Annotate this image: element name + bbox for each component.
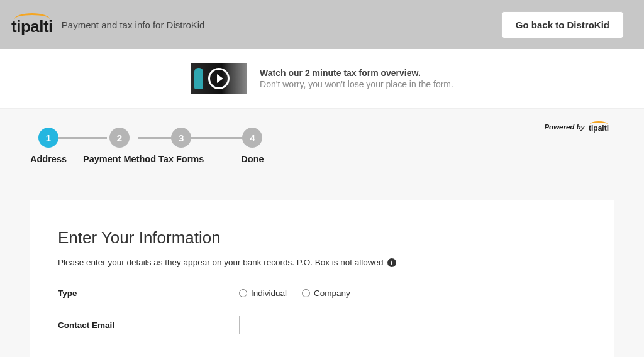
radio-individual[interactable]: Individual bbox=[239, 288, 287, 298]
step-number: 4 bbox=[242, 128, 262, 148]
step-label: Address bbox=[30, 154, 67, 164]
info-icon[interactable]: i bbox=[387, 258, 396, 267]
step-address[interactable]: 1 Address bbox=[30, 128, 67, 164]
type-row: Type Individual Company bbox=[58, 288, 586, 298]
form-description-row: Please enter your details as they appear… bbox=[58, 258, 586, 267]
email-label: Contact Email bbox=[58, 321, 239, 330]
radio-label: Company bbox=[314, 288, 350, 298]
video-thumbnail[interactable] bbox=[191, 63, 247, 94]
play-icon bbox=[208, 68, 230, 89]
radio-label: Individual bbox=[251, 288, 287, 298]
radio-company[interactable]: Company bbox=[302, 288, 350, 298]
go-back-button[interactable]: Go back to DistroKid bbox=[501, 11, 624, 38]
step-number: 3 bbox=[171, 128, 191, 148]
step-label: Payment Method bbox=[83, 154, 156, 164]
progress-steps: 1 Address 2 Payment Method 3 Tax Forms 4… bbox=[30, 128, 614, 164]
step-number: 2 bbox=[109, 128, 130, 148]
steps-area: Powered by tipalti 1 Address 2 Payment M… bbox=[0, 109, 644, 169]
header-left: tipalti Payment and tax info for DistroK… bbox=[11, 13, 204, 36]
step-done[interactable]: 4 Done bbox=[241, 128, 264, 164]
radio-icon bbox=[239, 289, 247, 297]
step-label: Tax Forms bbox=[158, 154, 204, 164]
radio-icon bbox=[302, 289, 310, 297]
step-tax-forms[interactable]: 3 Tax Forms bbox=[158, 128, 204, 164]
video-subtitle: Don't worry, you won't lose your place i… bbox=[260, 79, 453, 89]
video-text: Watch our 2 minute tax form overview. Do… bbox=[260, 68, 453, 89]
video-title: Watch our 2 minute tax form overview. bbox=[260, 68, 453, 78]
step-label: Done bbox=[241, 154, 264, 164]
top-header: tipalti Payment and tax info for DistroK… bbox=[0, 0, 644, 49]
logo-text: tipalti bbox=[11, 17, 53, 36]
email-row: Contact Email bbox=[58, 316, 586, 334]
type-radio-group: Individual Company bbox=[239, 288, 350, 298]
step-number: 1 bbox=[38, 128, 58, 148]
video-banner: Watch our 2 minute tax form overview. Do… bbox=[0, 49, 644, 109]
type-label: Type bbox=[58, 288, 239, 298]
tipalti-logo: tipalti bbox=[11, 13, 53, 36]
step-payment-method[interactable]: 2 Payment Method bbox=[83, 128, 156, 164]
form-description: Please enter your details as they appear… bbox=[58, 258, 384, 267]
form-title: Enter Your Information bbox=[58, 228, 586, 248]
header-subtitle: Payment and tax info for DistroKid bbox=[62, 19, 205, 30]
form-card: Enter Your Information Please enter your… bbox=[30, 200, 614, 357]
email-field[interactable] bbox=[239, 316, 572, 334]
